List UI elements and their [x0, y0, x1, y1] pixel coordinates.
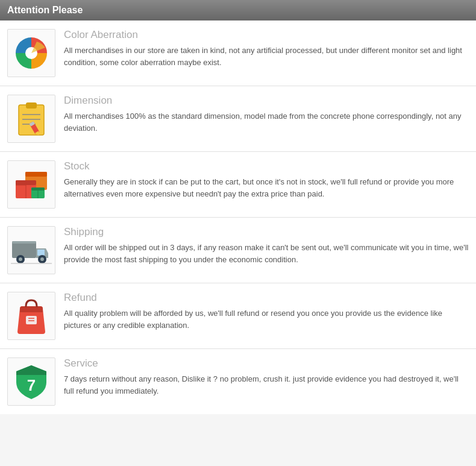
refund-title: Refund: [64, 292, 469, 304]
stock-content: Stock Generally they are in stock if can…: [64, 160, 469, 200]
color-aberration-desc: All merchandises in our store are taken …: [64, 45, 469, 68]
list-item: 7 Service 7 days return without any reas…: [0, 349, 476, 414]
dimension-title: Dimension: [64, 95, 469, 107]
dimension-content: Dimension All merchandises 100% as the s…: [64, 95, 469, 134]
stock-desc: Generally they are in stock if can be pu…: [64, 176, 469, 200]
items-container: Color Aberration All merchandises in our…: [0, 20, 476, 414]
list-item: Shipping All order will be shipped out i…: [0, 218, 476, 283]
service-content: Service 7 days return without any reason…: [64, 357, 469, 397]
color-aberration-title: Color Aberration: [64, 29, 469, 41]
svg-rect-11: [25, 172, 47, 177]
svg-rect-3: [26, 102, 37, 109]
shipping-content: Shipping All order will be shipped out i…: [64, 226, 469, 265]
service-icon: 7: [7, 357, 55, 406]
shipping-desc: All order will be shipped out in 3 days,…: [64, 242, 469, 265]
svg-rect-21: [37, 250, 45, 256]
svg-rect-2: [19, 105, 44, 135]
header-title: Attention Please: [7, 5, 83, 15]
color-aberration-content: Color Aberration All merchandises in our…: [64, 29, 469, 68]
svg-text:7: 7: [27, 376, 36, 394]
svg-rect-19: [12, 241, 36, 258]
list-item: Color Aberration All merchandises in our…: [0, 20, 476, 86]
header: Attention Please: [0, 0, 476, 20]
svg-rect-20: [12, 241, 36, 244]
color-aberration-icon: [7, 29, 55, 77]
svg-point-25: [40, 257, 44, 261]
stock-icon: [7, 160, 55, 209]
refund-icon: [7, 292, 55, 340]
list-item: Dimension All merchandises 100% as the s…: [0, 86, 476, 152]
list-item: Stock Generally they are in stock if can…: [0, 152, 476, 218]
list-item: Refund All quality problem will be affor…: [0, 283, 476, 349]
stock-title: Stock: [64, 160, 469, 172]
dimension-icon: [7, 95, 55, 143]
refund-content: Refund All quality problem will be affor…: [64, 292, 469, 331]
svg-point-23: [19, 257, 22, 261]
service-desc: 7 days return without any reason, Dislik…: [64, 373, 469, 397]
shipping-title: Shipping: [64, 226, 469, 238]
shipping-icon: [7, 226, 55, 274]
svg-rect-27: [26, 316, 37, 324]
dimension-desc: All merchandises 100% as the standard di…: [64, 110, 469, 134]
refund-desc: All quality problem will be afforded by …: [64, 307, 469, 331]
service-title: Service: [64, 357, 469, 370]
